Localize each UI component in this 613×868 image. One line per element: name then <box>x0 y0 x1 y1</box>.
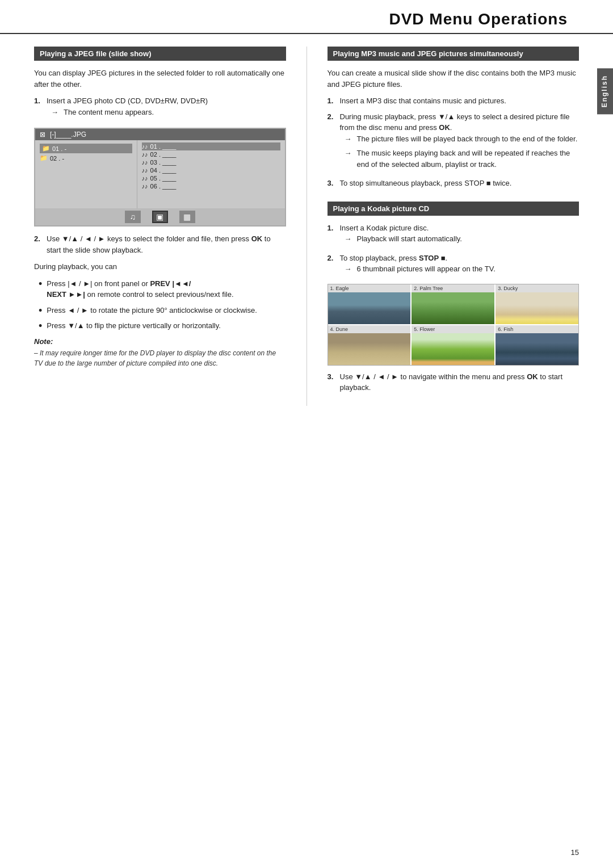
kodak-image-ducky <box>496 292 578 324</box>
file-icon-5: ♪♪ <box>142 175 148 182</box>
note-section: Note: – It may require longer time for t… <box>34 337 286 368</box>
dvd-photo-icon: ▣ <box>152 211 168 223</box>
kodak-label-dune: 4. Dune <box>328 325 411 333</box>
kodak-step3-list: 3. Use ▼/▲ / ◄ / ► to navigate within th… <box>328 371 580 393</box>
dvd-file-panel: ♪♪ 01 . ____ ♪♪ 02 . ____ ♪♪ 03 . ____ <box>137 140 285 208</box>
kodak-cell-palm: 2. Palm Tree <box>412 284 494 324</box>
kodak-step-num-1: 1. <box>328 223 337 248</box>
page-number: 15 <box>571 848 579 857</box>
step-1-content: Insert a JPEG photo CD (CD, DVD±RW, DVD±… <box>47 95 208 121</box>
page-header: DVD Menu Operations <box>0 0 613 34</box>
jpeg-step-1: 1. Insert a JPEG photo CD (CD, DVD±RW, D… <box>34 95 286 121</box>
kodak-step-3: 3. Use ▼/▲ / ◄ / ► to navigate within th… <box>328 371 580 393</box>
file-icon-4: ♪♪ <box>142 167 148 174</box>
bullet-item-3: • Press ▼/▲ to flip the picture vertical… <box>39 320 286 332</box>
mp3-arrow-1: → The picture files will be played back … <box>345 133 580 145</box>
bullet-text-3: Press ▼/▲ to flip the picture vertically… <box>47 320 221 332</box>
kodak-cell-ducky: 3. Ducky <box>496 284 578 324</box>
jpeg-steps: 1. Insert a JPEG photo CD (CD, DVD±RW, D… <box>34 95 286 121</box>
mp3-step-2: 2. During music playback, press ▼/▲ keys… <box>328 111 580 174</box>
kodak-label-ducky: 3. Ducky <box>496 284 578 292</box>
kodak-cell-dune: 4. Dune <box>328 325 411 365</box>
mp3-jpeg-intro: You can create a musical slide show if t… <box>328 68 580 90</box>
kodak-cell-flower: 5. Flower <box>412 325 494 365</box>
kodak-step-1-text: Insert a Kodak picture disc. <box>340 224 429 232</box>
file-icon-3: ♪♪ <box>142 159 148 166</box>
step-1-text: Insert a JPEG photo CD (CD, DVD±RW, DVD±… <box>47 97 208 105</box>
note-text: – It may require longer time for the DVD… <box>34 348 286 368</box>
dvd-ui-title: [-]____.JPG <box>50 131 86 139</box>
dvd-file-1: ♪♪ 01 . ____ <box>142 142 280 150</box>
mp3-steps: 1. Insert a MP3 disc that contains music… <box>328 95 580 189</box>
folder-icon-1: 📁 <box>42 145 50 152</box>
during-playback-text: During playback, you can <box>34 261 286 272</box>
mp3-step-1: 1. Insert a MP3 disc that contains music… <box>328 95 580 107</box>
file-label-5: 05 . ____ <box>150 175 177 182</box>
file-label-1: 01 . ____ <box>150 143 177 150</box>
jpeg-intro: You can display JPEG pictures in the sel… <box>34 68 286 90</box>
jpeg-section-header: Playing a JPEG file (slide show) <box>34 47 286 61</box>
mp3-arrow-text-2: The music keeps playing back and will be… <box>357 148 580 170</box>
step-1-arrow: → The content menu appears. <box>51 107 208 118</box>
dvd-mode-icon: ⊠ <box>40 131 45 139</box>
kodak-step-2: 2. To stop playback, press STOP ■. → 6 t… <box>328 253 580 278</box>
mp3-step-2-text: During music playback, press ▼/▲ keys to… <box>340 112 570 132</box>
kodak-image-eagle <box>328 292 411 324</box>
mp3-arrow-icon-2: → <box>345 148 354 170</box>
kodak-section: Playing a Kodak picture CD 1. Insert a K… <box>328 202 580 393</box>
note-label: Note: <box>34 337 286 346</box>
arrow-icon-1: → <box>51 107 60 118</box>
mp3-step-2-content: During music playback, press ▼/▲ keys to… <box>340 111 580 174</box>
kodak-image-flower <box>412 333 494 365</box>
jpeg-section: Playing a JPEG file (slide show) You can… <box>34 47 286 368</box>
dvd-music-icon: ♫ <box>125 211 141 223</box>
mp3-step-3: 3. To stop simultaneous playback, press … <box>328 178 580 189</box>
folder-label-1: 01 . - <box>52 145 66 152</box>
main-content: Playing a JPEG file (slide show) You can… <box>0 34 613 423</box>
bullet-item-1: • Press |◄ / ►| on front panel or PREV |… <box>39 278 286 300</box>
dvd-file-2: ♪♪ 02 . ____ <box>142 150 280 158</box>
language-tab: English <box>597 68 613 114</box>
folder-label-2: 02 . - <box>50 155 64 162</box>
dvd-file-3: ♪♪ 03 . ____ <box>142 158 280 166</box>
file-icon-6: ♪♪ <box>142 183 148 190</box>
file-label-6: 06 . ____ <box>150 183 177 190</box>
page-title: DVD Menu Operations <box>389 10 568 28</box>
mp3-step-num-3: 3. <box>328 178 337 189</box>
kodak-arrow-1: → Playback will start automatically. <box>345 233 462 245</box>
folder-icon-2: 📁 <box>40 154 48 162</box>
dvd-ui-mockup: ⊠ [-]____.JPG 📁 01 . - 📁 02 . - <box>34 128 286 227</box>
step-1-arrow-text: The content menu appears. <box>64 107 154 118</box>
kodak-header: Playing a Kodak picture CD <box>328 202 580 216</box>
mp3-arrow-2: → The music keeps playing back and will … <box>345 148 580 170</box>
file-icon-2: ♪♪ <box>142 151 148 158</box>
kodak-arrow-icon-1: → <box>345 233 354 245</box>
dvd-file-5: ♪♪ 05 . ____ <box>142 174 280 182</box>
step-num-2: 2. <box>34 233 43 255</box>
dvd-ui-footer: ♫ ▣ ▦ <box>35 208 285 225</box>
jpeg-step2-list: 2. Use ▼/▲ / ◄ / ► keys to select the fo… <box>34 233 286 255</box>
step-2-text: Use ▼/▲ / ◄ / ► keys to select the folde… <box>47 234 271 254</box>
kodak-arrow-2: → 6 thumbnail pictures will appear on th… <box>345 263 496 275</box>
dvd-menu-icon: ▦ <box>179 211 195 223</box>
dvd-folder-1: 📁 01 . - <box>40 144 132 153</box>
kodak-label-fish: 6. Fish <box>496 325 578 333</box>
dvd-file-4: ♪♪ 04 . ____ <box>142 166 280 174</box>
kodak-cell-eagle: 1. Eagle <box>328 284 411 324</box>
bullet-dot-3: • <box>39 321 42 332</box>
mp3-step-1-text: Insert a MP3 disc that contains music an… <box>340 95 506 107</box>
kodak-step-num-3: 3. <box>328 371 337 393</box>
dvd-folder-panel: 📁 01 . - 📁 02 . - <box>35 140 137 208</box>
mp3-jpeg-header: Playing MP3 music and JPEG pictures simu… <box>328 47 580 61</box>
kodak-arrow-icon-2: → <box>345 263 354 275</box>
bullet-list: • Press |◄ / ►| on front panel or PREV |… <box>39 278 286 332</box>
mp3-jpeg-section: Playing MP3 music and JPEG pictures simu… <box>328 47 580 189</box>
dvd-folder-2: 📁 02 . - <box>40 153 132 163</box>
dvd-ui-body: 📁 01 . - 📁 02 . - ♪♪ 01 . ____ <box>35 140 285 208</box>
kodak-label-palm: 2. Palm Tree <box>412 284 494 292</box>
kodak-step-2-text: To stop playback, press STOP ■. <box>340 254 448 262</box>
kodak-step-1-content: Insert a Kodak picture disc. → Playback … <box>340 223 462 248</box>
kodak-steps: 1. Insert a Kodak picture disc. → Playba… <box>328 223 580 278</box>
bullet-text-1: Press |◄ / ►| on front panel or PREV |◄◄… <box>47 278 233 300</box>
kodak-image-dune <box>328 333 411 365</box>
